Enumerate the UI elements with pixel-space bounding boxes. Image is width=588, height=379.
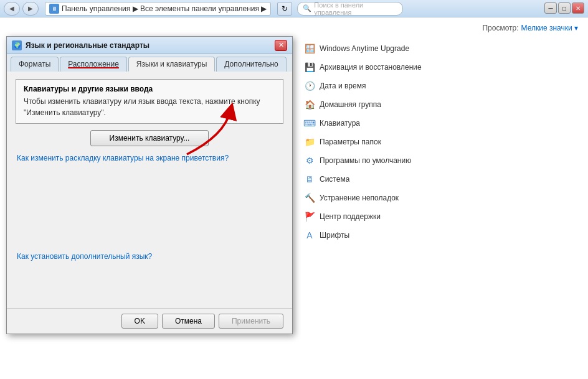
cp-item-keyboard[interactable]: ⌨Клавиатура xyxy=(300,115,578,132)
forward-button[interactable]: ▶ xyxy=(22,2,39,16)
cp-icon-troubleshoot: 🔨 xyxy=(303,191,316,205)
tab-formats[interactable]: Форматы xyxy=(11,57,59,72)
dialog-close-button[interactable]: ✕ xyxy=(275,40,287,51)
search-placeholder: Поиск в панели управления xyxy=(314,1,397,16)
cp-icon-homegroup: 🏠 xyxy=(303,98,316,111)
title-bar: ◀ ▶ 🖥 Панель управления ▶ Все элементы п… xyxy=(0,0,588,17)
window-close-button[interactable]: ✕ xyxy=(572,2,584,14)
apply-button[interactable]: Применить xyxy=(219,314,283,329)
cp-item-folder-opts[interactable]: 📁Параметры папок xyxy=(300,133,578,151)
refresh-button[interactable]: ↻ xyxy=(277,2,292,16)
search-bar[interactable]: 🔍 Поиск в панели управления xyxy=(297,2,403,16)
dialog-title-icon: 🌍 xyxy=(12,40,22,50)
cp-label-homegroup: Домашняя группа xyxy=(320,100,381,109)
dialog-body: Клавиатуры и другие языки ввода Чтобы из… xyxy=(7,72,292,308)
tab-advanced[interactable]: Дополнительно xyxy=(216,57,286,72)
cp-icon-datetime: 🕐 xyxy=(303,79,316,93)
address-path: Панель управления ▶ Все элементы панели … xyxy=(62,4,267,13)
cp-icon-windows-anytime: 🪟 xyxy=(303,42,316,55)
cp-item-datetime[interactable]: 🕐Дата и время xyxy=(300,77,578,95)
cp-label-datetime: Дата и время xyxy=(320,82,366,90)
view-label: Просмотр: xyxy=(482,24,518,32)
cp-label-system: Система xyxy=(320,175,349,184)
install-lang-link[interactable]: Как установить дополнительный язык? xyxy=(17,252,152,261)
cp-item-troubleshoot[interactable]: 🔨Устранение неполадок xyxy=(300,189,578,207)
section-title: Клавиатуры и другие языки ввода xyxy=(24,85,275,93)
change-keyboard-button[interactable]: Изменить клавиатуру... xyxy=(90,130,209,146)
cp-item-archive[interactable]: 💾Архивация и восстановление xyxy=(300,58,578,76)
cp-label-default-progs: Программы по умолчанию xyxy=(320,156,411,165)
cp-item-windows-anytime[interactable]: 🪟Windows Anytime Upgrade xyxy=(300,40,578,57)
cp-label-folder-opts: Параметры папок xyxy=(320,138,381,146)
view-mode-select[interactable]: Мелкие значки ▾ xyxy=(521,24,578,32)
cp-item-system[interactable]: 🖥Система xyxy=(300,171,578,188)
section-text: Чтобы изменить клавиатуру или язык ввода… xyxy=(24,96,275,118)
view-selector: Просмотр: Мелкие значки ▾ xyxy=(10,24,578,32)
cp-icon-fonts: A xyxy=(303,228,316,242)
cp-icon-folder-opts: 📁 xyxy=(303,135,316,149)
cp-icon-support: 🚩 xyxy=(303,210,316,223)
ok-button[interactable]: OK xyxy=(121,314,158,329)
dialog-title-text: Язык и региональные стандарты xyxy=(26,41,271,50)
minimize-button[interactable]: ─ xyxy=(544,2,557,14)
dialog-title-bar: 🌍 Язык и региональные стандарты ✕ xyxy=(7,37,292,54)
cp-label-archive: Архивация и восстановление xyxy=(320,63,422,72)
window-controls: ─ □ ✕ xyxy=(544,2,584,14)
cp-icon-keyboard: ⌨ xyxy=(303,116,316,130)
back-button[interactable]: ◀ xyxy=(4,2,20,16)
cp-label-troubleshoot: Устранение неполадок xyxy=(320,194,399,202)
cp-item-homegroup[interactable]: 🏠Домашняя группа xyxy=(300,96,578,113)
cp-item-default-progs[interactable]: ⚙Программы по умолчанию xyxy=(300,152,578,169)
keyboard-section: Клавиатуры и другие языки ввода Чтобы из… xyxy=(16,79,283,124)
maximize-button[interactable]: □ xyxy=(558,2,571,14)
language-dialog[interactable]: 🌍 Язык и региональные стандарты ✕ Формат… xyxy=(6,36,293,334)
cp-label-fonts: Шрифты xyxy=(320,231,349,240)
cancel-button[interactable]: Отмена xyxy=(162,314,215,329)
dialog-tabs: ФорматыРасположениеЯзыки и клавиатурыДоп… xyxy=(7,54,292,72)
address-bar[interactable]: 🖥 Панель управления ▶ Все элементы панел… xyxy=(45,2,271,16)
address-icon: 🖥 xyxy=(49,4,59,14)
tab-location[interactable]: Расположение xyxy=(60,57,127,72)
cp-label-support: Центр поддержки xyxy=(320,212,381,221)
cp-item-fonts[interactable]: AШрифты xyxy=(300,227,578,244)
cp-label-keyboard: Клавиатура xyxy=(320,119,360,128)
change-layout-link[interactable]: Как изменить раскладку клавиатуры на экр… xyxy=(17,154,229,162)
cp-icon-default-progs: ⚙ xyxy=(303,154,316,167)
tab-languages[interactable]: Языки и клавиатуры xyxy=(128,57,215,72)
title-bar-left: ◀ ▶ 🖥 Панель управления ▶ Все элементы п… xyxy=(4,2,403,16)
cp-icon-system: 🖥 xyxy=(303,172,316,186)
cp-icon-archive: 💾 xyxy=(303,60,316,74)
cp-item-support[interactable]: 🚩Центр поддержки xyxy=(300,208,578,225)
dialog-footer: OK Отмена Применить xyxy=(7,308,292,334)
cp-label-windows-anytime: Windows Anytime Upgrade xyxy=(320,44,409,53)
